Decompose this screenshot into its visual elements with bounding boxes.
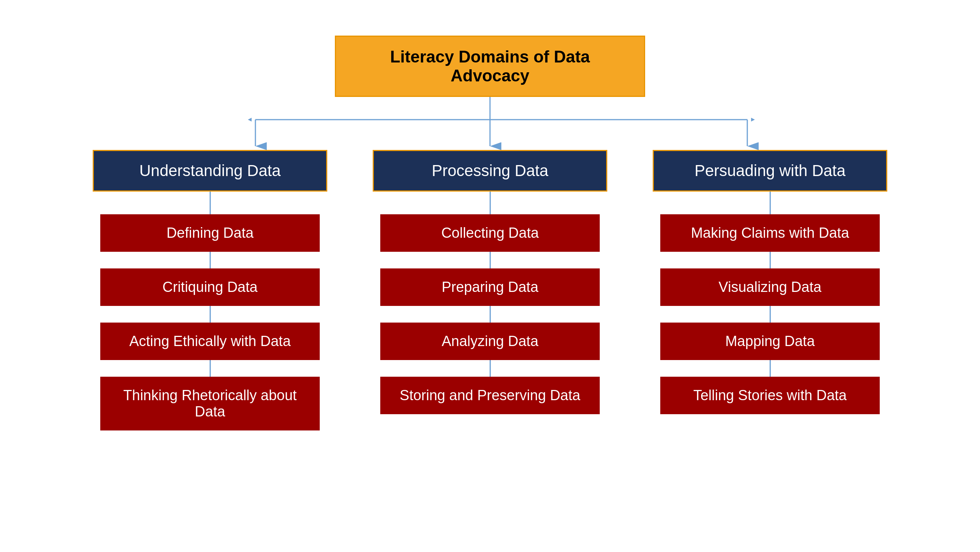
list-item: Preparing Data <box>380 268 600 306</box>
sub-line <box>210 306 211 322</box>
sub-line <box>490 252 491 268</box>
col-header-persuading: Persuading with Data <box>653 150 887 191</box>
connector-row <box>150 97 830 150</box>
list-item: Storing and Preserving Data <box>380 377 600 414</box>
svg-marker-9 <box>248 118 251 121</box>
list-item: Collecting Data <box>380 214 600 252</box>
column-understanding: Understanding Data Defining Data Critiqu… <box>93 150 327 431</box>
sub-line <box>210 360 211 377</box>
sub-line <box>770 360 771 377</box>
list-item: Visualizing Data <box>660 268 880 306</box>
col-line-3 <box>770 191 771 214</box>
title-box: Literacy Domains of Data Advocacy <box>335 35 645 97</box>
col-line-2 <box>490 191 491 214</box>
column-persuading: Persuading with Data Making Claims with … <box>653 150 887 414</box>
col-line-1 <box>210 191 211 214</box>
list-item: Making Claims with Data <box>660 214 880 252</box>
list-item: Telling Stories with Data <box>660 377 880 414</box>
list-item: Acting Ethically with Data <box>100 322 320 360</box>
sub-line <box>490 306 491 322</box>
arrows-svg <box>150 97 830 150</box>
list-item: Defining Data <box>100 214 320 252</box>
connector-understanding: Defining Data Critiquing Data Acting Eth… <box>100 191 320 431</box>
list-item: Mapping Data <box>660 322 880 360</box>
svg-marker-10 <box>751 118 755 121</box>
diagram: Literacy Domains of Data Advocacy <box>36 21 944 531</box>
sub-line <box>770 306 771 322</box>
connector-persuading: Making Claims with Data Visualizing Data… <box>660 191 880 414</box>
sub-line <box>770 252 771 268</box>
column-processing: Processing Data Collecting Data Preparin… <box>373 150 607 414</box>
list-item: Analyzing Data <box>380 322 600 360</box>
columns-container: Understanding Data Defining Data Critiqu… <box>93 150 887 431</box>
connector-processing: Collecting Data Preparing Data Analyzing… <box>380 191 600 414</box>
sub-line <box>490 360 491 377</box>
sub-line <box>210 252 211 268</box>
col-header-processing: Processing Data <box>373 150 607 191</box>
col-header-understanding: Understanding Data <box>93 150 327 191</box>
list-item: Thinking Rhetorically about Data <box>100 377 320 431</box>
list-item: Critiquing Data <box>100 268 320 306</box>
title-text: Literacy Domains of Data Advocacy <box>390 47 590 85</box>
